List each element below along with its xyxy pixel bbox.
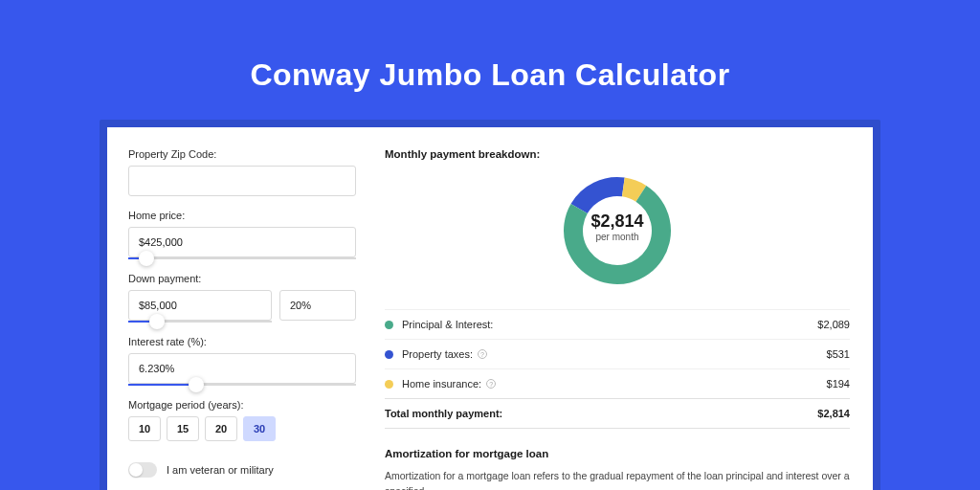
veteran-toggle-row: I am veteran or military bbox=[128, 462, 356, 478]
legend-dot bbox=[385, 380, 393, 389]
zip-label: Property Zip Code: bbox=[128, 148, 356, 160]
homeprice-slider[interactable] bbox=[128, 257, 356, 259]
rate-slider-fill bbox=[128, 384, 196, 386]
zip-input[interactable] bbox=[128, 166, 356, 196]
homeprice-label: Home price: bbox=[128, 210, 356, 221]
rate-field-block: Interest rate (%): bbox=[128, 336, 356, 386]
period-button-10[interactable]: 10 bbox=[128, 416, 161, 441]
down-label: Down payment: bbox=[128, 273, 356, 284]
period-button-20[interactable]: 20 bbox=[205, 416, 237, 441]
legend-dot bbox=[385, 321, 393, 329]
amortization-text: Amortization for a mortgage loan refers … bbox=[385, 469, 850, 490]
breakdown-label: Home insurance:? bbox=[402, 378, 827, 390]
breakdown-row: Principal & Interest:$2,089 bbox=[385, 309, 850, 339]
period-button-30[interactable]: 30 bbox=[243, 416, 276, 441]
legend-dot bbox=[385, 350, 393, 359]
card-frame: Property Zip Code: Home price: Down paym… bbox=[100, 120, 880, 490]
breakdown-value: $2,089 bbox=[817, 319, 850, 330]
total-row: Total monthly payment: $2,814 bbox=[385, 398, 850, 429]
down-slider[interactable] bbox=[128, 321, 272, 323]
breakdown-row: Home insurance:?$194 bbox=[385, 368, 850, 398]
amortization-title: Amortization for mortgage loan bbox=[385, 448, 850, 459]
donut-slice bbox=[571, 177, 625, 213]
donut-chart-wrap: $2,814per month bbox=[385, 171, 850, 290]
donut-chart: $2,814per month bbox=[558, 171, 677, 290]
breakdown-label: Principal & Interest: bbox=[402, 319, 817, 330]
total-label: Total monthly payment: bbox=[385, 408, 817, 419]
down-percent-input[interactable] bbox=[279, 290, 356, 321]
info-icon[interactable]: ? bbox=[486, 379, 496, 389]
down-slider-knob[interactable] bbox=[149, 314, 165, 329]
form-panel: Property Zip Code: Home price: Down paym… bbox=[107, 127, 377, 490]
rate-input[interactable] bbox=[128, 353, 356, 384]
veteran-toggle-knob bbox=[129, 463, 143, 477]
veteran-label: I am veteran or military bbox=[167, 464, 274, 476]
donut-center-sub: per month bbox=[579, 232, 656, 242]
breakdown-row: Property taxes:?$531 bbox=[385, 339, 850, 368]
breakdown-label: Property taxes:? bbox=[402, 348, 827, 360]
homeprice-field-block: Home price: bbox=[128, 210, 356, 259]
period-label: Mortgage period (years): bbox=[128, 399, 356, 411]
amortization-block: Amortization for mortgage loan Amortizat… bbox=[385, 448, 850, 490]
homeprice-input[interactable] bbox=[128, 227, 356, 257]
breakdown-value: $194 bbox=[827, 378, 850, 390]
rate-label: Interest rate (%): bbox=[128, 336, 356, 347]
rate-slider-knob[interactable] bbox=[189, 377, 204, 392]
breakdown-title: Monthly payment breakdown: bbox=[385, 148, 850, 160]
info-icon[interactable]: ? bbox=[478, 349, 487, 359]
breakdown-panel: Monthly payment breakdown: $2,814per mon… bbox=[377, 127, 873, 490]
zip-field-block: Property Zip Code: bbox=[128, 148, 356, 196]
rate-slider[interactable] bbox=[128, 384, 356, 386]
donut-center-amount: $2,814 bbox=[579, 212, 656, 232]
page-title: Conway Jumbo Loan Calculator bbox=[0, 0, 980, 93]
homeprice-slider-knob[interactable] bbox=[139, 251, 154, 266]
breakdown-value: $531 bbox=[827, 348, 850, 360]
calculator-card: Property Zip Code: Home price: Down paym… bbox=[107, 127, 873, 490]
down-amount-input[interactable] bbox=[128, 290, 272, 321]
veteran-toggle[interactable] bbox=[128, 462, 157, 478]
period-field-block: Mortgage period (years): 10152030 bbox=[128, 399, 356, 441]
down-field-block: Down payment: bbox=[128, 273, 356, 323]
period-button-15[interactable]: 15 bbox=[167, 416, 199, 441]
total-value: $2,814 bbox=[817, 408, 850, 419]
